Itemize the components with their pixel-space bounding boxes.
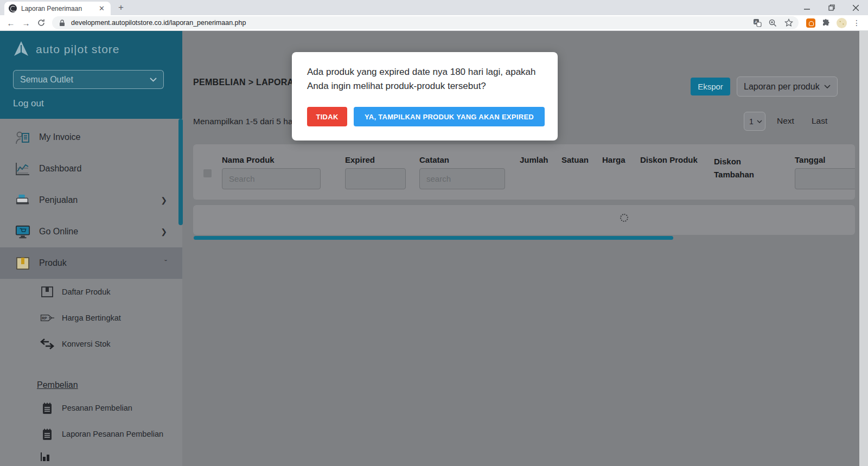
table-loading-row [193,205,855,235]
reload-icon[interactable] [35,16,48,29]
sidebar-item-label: My Invoice [39,132,80,142]
sidebar-item-dashboard[interactable]: Dashboard [0,153,182,184]
sidebar-item-harga-bertingkat[interactable]: RP Harga Bertingkat [0,305,182,331]
table-header-panel: Nama Produk Expired Catatan Jumlah Satua… [193,144,855,200]
sidebar-item-laporan-pesanan-pembelian[interactable]: Laporan Pesanan Pembelian [0,421,182,447]
notepad-icon [40,402,54,414]
back-icon[interactable]: ← [4,16,17,29]
outlet-select-value: Semua Outlet [20,75,73,85]
chevron-down-icon: ˇ [164,259,167,267]
column-header-catatan: Catatan [419,144,520,168]
sidebar-item-label: Penjualan [39,195,78,205]
dialog-message: Ada produk yang expired date nya 180 har… [307,65,540,93]
column-header-tanggal: Tanggal [795,144,855,168]
sidebar-item-label: Daftar Produk [62,288,110,296]
sidebar-section-pembelian: Pembelian [0,375,182,395]
column-header-jumlah: Jumlah [520,144,561,168]
brand-logo: auto pi|ot store [13,41,169,58]
sidebar-item-go-online[interactable]: Go Online ❯ [0,216,182,247]
column-header-expired: Expired [345,144,419,168]
chevron-right-icon: ❯ [161,196,167,205]
dialog-yes-button[interactable]: YA, TAMPILKAN PRODUK YANG AKAN EXPIRED [354,107,545,126]
tab-title: Laporan Penerimaan [21,5,93,12]
new-tab-button[interactable]: + [114,1,128,15]
sidebar-item-partial[interactable] [0,447,182,466]
pagination-last-link[interactable]: Last [812,116,827,126]
pagination-next-link[interactable]: Next [777,116,794,126]
page-viewport: auto pi|ot store Semua Outlet Log out My… [0,31,868,466]
svg-text:RP: RP [42,316,47,320]
dialog-no-button[interactable]: TIDAK [307,107,347,126]
rp-price-tag-icon: RP [40,312,54,323]
bookmark-star-icon[interactable] [784,18,793,28]
sidebar-item-label: Laporan Pesanan Pembelian [62,430,163,438]
sidebar-item-produk[interactable]: Produk ˇ [0,247,182,279]
window-minimize-button[interactable] [795,0,819,15]
sidebar-item-label: Harga Bertingkat [62,314,121,322]
export-button[interactable]: Ekspor [691,78,730,95]
box-icon [40,286,54,298]
url-text[interactable]: development.autopilotstore.co.id/laporan… [71,19,748,27]
paper-plane-logo-icon [13,41,29,58]
filter-nama-produk-input[interactable] [222,168,321,189]
forward-icon[interactable]: → [20,16,33,29]
page-vertical-scrollbar[interactable] [859,31,868,466]
sidebar-item-my-invoice[interactable]: My Invoice [0,122,182,153]
lock-icon[interactable] [58,18,67,28]
chevron-down-icon [757,120,762,123]
sidebar-menu: My Invoice Dashboard Penjualan ❯ Go Onli… [0,119,182,466]
report-type-value: Laporan per produk [744,82,820,92]
chevron-down-icon [150,78,157,82]
filter-expired-input[interactable] [345,168,406,189]
horizontal-scrollbar-thumb[interactable] [194,236,673,240]
sidebar-item-daftar-produk[interactable]: Daftar Produk [0,279,182,305]
report-type-select[interactable]: Laporan per produk [737,76,838,97]
sidebar-item-label: Konversi Stok [62,340,110,348]
sidebar-item-label: Produk [39,258,67,268]
browser-tab[interactable]: Laporan Penerimaan ✕ [4,2,111,15]
sidebar-item-pesanan-pembelian[interactable]: Pesanan Pembelian [0,395,182,421]
browser-toolbar: ← → development.autopilotstore.co.id/lap… [0,15,868,31]
cash-register-icon [15,193,30,207]
loading-spinner [620,214,628,222]
sidebar-item-label: Dashboard [39,164,81,174]
brand-name: auto pi|ot store [36,43,120,56]
orange-extension-icon[interactable] [806,18,815,28]
sidebar-item-konversi-stok[interactable]: Konversi Stok [0,331,182,357]
column-header-diskon-produk: Diskon Produk [640,144,714,168]
filter-catatan-input[interactable] [419,168,505,189]
dashboard-chart-icon [15,162,30,176]
chevron-right-icon: ❯ [161,227,167,236]
browser-tab-strip: Laporan Penerimaan ✕ + [0,0,868,15]
column-header-diskon-tambahan: Diskon Tambahan [714,144,764,168]
bar-chart-icon [40,449,52,465]
invoice-icon [15,130,30,144]
address-bar[interactable]: development.autopilotstore.co.id/laporan… [52,16,799,29]
filter-tanggal-input[interactable] [795,168,855,189]
column-header-satuan: Satuan [561,144,602,168]
window-close-button[interactable] [844,0,868,15]
chevron-down-icon [824,85,831,88]
window-restore-button[interactable] [819,0,844,15]
profile-avatar[interactable] [837,18,847,28]
outlet-select[interactable]: Semua Outlet [13,70,164,89]
sidebar-item-label: Pesanan Pembelian [62,404,132,412]
zoom-icon[interactable] [768,18,777,28]
sidebar: auto pi|ot store Semua Outlet Log out My… [0,31,182,466]
section-label: Pembelian [37,380,78,390]
translate-icon[interactable]: A [752,18,762,28]
select-all-checkbox[interactable] [203,169,212,177]
sidebar-item-penjualan[interactable]: Penjualan ❯ [0,184,182,216]
sidebar-item-label: Go Online [39,227,78,237]
logout-link[interactable]: Log out [13,98,169,109]
tab-close-icon[interactable]: ✕ [97,4,106,12]
swap-arrows-icon [40,339,54,349]
page-select[interactable]: 1 [744,112,765,131]
extensions-puzzle-icon[interactable] [821,18,831,28]
browser-menu-icon[interactable]: ⋮ [853,18,860,27]
column-header-harga: Harga [602,144,640,168]
site-favicon [9,4,17,12]
expired-products-dialog: Ada produk yang expired date nya 180 har… [292,52,558,141]
sidebar-header: auto pi|ot store Semua Outlet Log out [0,31,182,119]
page-select-value: 1 [749,117,754,126]
